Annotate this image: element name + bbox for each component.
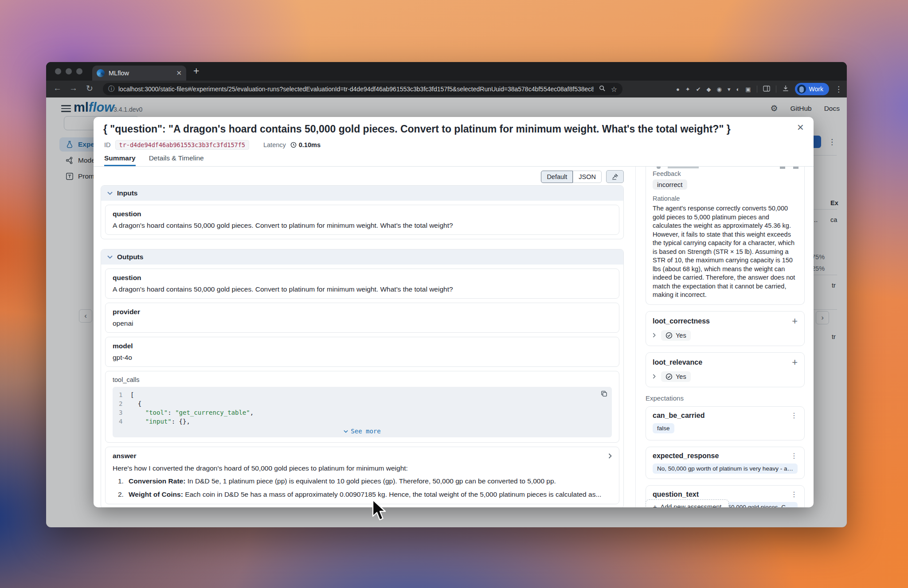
extension-icon[interactable]: ▣ [745, 86, 751, 93]
browser-profile-chip[interactable]: Work [795, 83, 829, 95]
clock-icon [290, 142, 297, 148]
id-label: ID [104, 141, 111, 148]
plus-icon[interactable]: + [792, 316, 798, 326]
back-icon[interactable]: ← [53, 83, 62, 93]
field-value: openai [113, 319, 612, 327]
code-line: 2 { [119, 399, 606, 408]
extension-icon[interactable]: ✦ [685, 86, 690, 93]
extension-icon[interactable]: ● [676, 86, 680, 93]
assessments-toggle-button[interactable] [606, 170, 624, 183]
expectation-name: can_be_carried [653, 412, 704, 420]
extension-icon[interactable]: ▾ [728, 86, 731, 93]
view-default-button[interactable]: Default [541, 171, 573, 183]
output-provider-card: provider openai [105, 303, 619, 333]
judge-value-badge: Yes [661, 371, 691, 382]
reload-icon[interactable]: ↻ [86, 83, 93, 93]
field-label: answer [113, 452, 136, 460]
chevron-right-icon[interactable] [653, 374, 656, 379]
answer-list-item: 2. Weight of Coins: Each coin in D&D 5e … [113, 490, 612, 499]
outputs-section-label: Outputs [117, 253, 143, 261]
chevron-down-icon [107, 191, 113, 195]
output-model-card: model gpt-4o [105, 337, 619, 367]
field-label: tool_calls [113, 376, 612, 383]
output-tool-calls-card: tool_calls 1 [ [105, 371, 619, 443]
url-text: localhost:3000/static-files#/experiments… [118, 86, 594, 93]
judge-card-loot-correctness: loot_correctness + Yes [646, 311, 805, 346]
expectation-card-expected-response: expected_response ⋮ No, 50,000 gp worth … [646, 447, 805, 479]
chevron-down-icon [107, 255, 113, 259]
modal-main-column: Default JSON [94, 167, 635, 507]
check-circle-icon [665, 373, 673, 380]
tab-details-timeline[interactable]: Details & Timeline [149, 154, 204, 166]
check-circle-icon [665, 332, 673, 339]
code-line: 4 "input": {}, [119, 417, 606, 426]
kebab-menu-icon[interactable]: ⋮ [791, 491, 798, 498]
side-panel-icon[interactable] [763, 86, 770, 93]
chevron-right-icon[interactable] [608, 453, 612, 459]
window-zoom-button[interactable] [76, 68, 82, 74]
copy-icon[interactable] [601, 390, 607, 398]
forward-icon[interactable]: → [69, 83, 78, 93]
rationale-text: The agent's response correctly converts … [653, 204, 798, 300]
clipped-row-fragment [793, 167, 798, 169]
window-close-button[interactable] [55, 68, 61, 74]
add-new-assessment-button[interactable]: + Add new assessment [646, 499, 729, 507]
see-more-link[interactable]: See more [119, 428, 606, 435]
tab-close-icon[interactable]: ✕ [176, 69, 182, 77]
assessments-panel: Feedback incorrect Rationale The agent's… [635, 167, 814, 507]
bookmark-star-icon[interactable]: ☆ [611, 85, 617, 93]
window-minimize-button[interactable] [66, 68, 72, 74]
address-bar[interactable]: ⓘ localhost:3000/static-files#/experimen… [103, 83, 622, 95]
trace-id-chip: tr-d4de94df46ab961553c3b3fc3fd157f5 [115, 140, 249, 150]
profile-avatar [797, 85, 806, 93]
code-line: 3 "tool": "get_currency_table", [119, 408, 606, 417]
new-tab-button[interactable]: + [193, 65, 199, 77]
gavel-icon [611, 173, 619, 180]
outputs-section: Outputs question A dragon's hoard contai… [101, 249, 624, 507]
clipped-row-fragment [668, 167, 699, 168]
mlflow-page: mlflow 3.4.1.dev0 ⚙ GitHub Docs Expe [46, 97, 847, 527]
toolbar-separator [776, 86, 776, 93]
latency-value: 0.10ms [299, 141, 321, 148]
output-question-card: question A dragon's hoard contains 50,00… [105, 269, 619, 299]
field-value: gpt-4o [113, 354, 612, 362]
inputs-section-label: Inputs [117, 189, 138, 197]
expectation-name: expected_response [653, 452, 719, 460]
kebab-menu-icon[interactable]: ⋮ [791, 452, 798, 459]
feedback-label: Feedback [653, 170, 798, 177]
chevron-right-icon[interactable] [653, 333, 656, 338]
extension-icon[interactable]: ✔ [696, 86, 701, 93]
zoom-page-icon[interactable] [599, 85, 606, 93]
extension-icon[interactable]: ◉ [717, 86, 722, 93]
modal-tabs: Summary Details & Timeline [104, 154, 204, 166]
browser-tab[interactable]: MLflow ✕ [92, 66, 186, 81]
outputs-section-header[interactable]: Outputs [101, 249, 623, 265]
browser-toolbar: ← → ↻ ⓘ localhost:3000/static-files#/exp… [46, 81, 847, 97]
expectation-value-badge: false [653, 423, 674, 433]
extension-icon[interactable]: ◆ [707, 86, 711, 93]
kebab-menu-icon[interactable]: ⋮ [791, 412, 798, 419]
close-icon[interactable]: × [797, 121, 804, 133]
judge-name: loot_correctness [653, 317, 710, 325]
site-info-icon[interactable]: ⓘ [108, 85, 114, 93]
judge-value-badge: Yes [661, 330, 691, 341]
field-label: model [113, 342, 612, 350]
plus-icon[interactable]: + [792, 358, 798, 367]
tab-summary[interactable]: Summary [104, 154, 136, 166]
browser-menu-icon[interactable]: ⋮ [835, 85, 842, 94]
view-json-button[interactable]: JSON [573, 171, 602, 183]
feedback-value-badge: incorrect [653, 179, 687, 190]
inputs-section: Inputs question A dragon's hoard contain… [101, 185, 624, 239]
tool-calls-code-block: 1 [ 2 { 3 "tool": [113, 387, 612, 437]
inputs-section-header[interactable]: Inputs [101, 186, 623, 201]
latency-label: Latency [263, 141, 286, 148]
download-icon[interactable] [782, 85, 789, 93]
field-label: question [113, 274, 612, 282]
extension-icon[interactable]: ◐ [736, 86, 740, 93]
clipped-row-fragment [780, 167, 785, 169]
desktop-wallpaper: MLflow ✕ + ← → ↻ ⓘ localhost:3000/static… [0, 0, 908, 588]
toolbar-separator [757, 86, 757, 93]
mouse-cursor [372, 499, 387, 521]
evaluation-detail-modal: { "question": "A dragon's hoard contains… [94, 117, 814, 507]
expectation-card-can-be-carried: can_be_carried ⋮ false [646, 406, 805, 440]
